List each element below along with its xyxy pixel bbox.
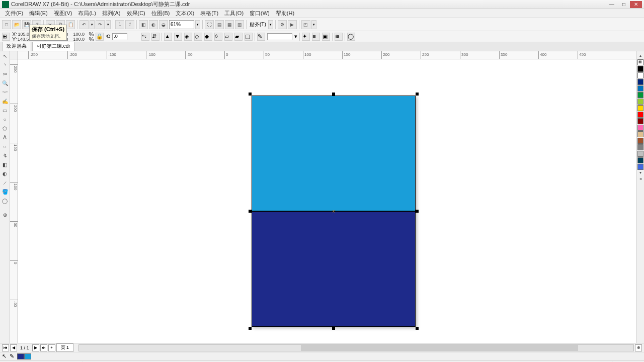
- eyedropper-tool[interactable]: ⟋: [1, 178, 10, 187]
- selection-center[interactable]: ×: [332, 209, 336, 213]
- selection-handle-br[interactable]: [416, 327, 419, 330]
- scale-y-input[interactable]: 100.0: [73, 37, 88, 42]
- import-button[interactable]: ⤵: [115, 20, 124, 29]
- boundary-button[interactable]: ▢: [245, 33, 253, 41]
- parallel-dim-tool[interactable]: ↔: [1, 142, 10, 151]
- hint-button[interactable]: ◰: [301, 20, 310, 29]
- color-swatch-15[interactable]: [637, 164, 643, 170]
- intersect-button[interactable]: ◆: [204, 33, 212, 41]
- snap-dropdown[interactable]: ▾: [268, 20, 273, 29]
- trim-button[interactable]: ◇: [194, 33, 202, 41]
- menu-t[interactable]: 表格(T): [197, 9, 221, 18]
- doc-tab-1[interactable]: 可静第二课.cdr: [32, 41, 75, 51]
- color-swatch-11[interactable]: [637, 138, 643, 144]
- zoom-tool[interactable]: 🔍: [1, 78, 10, 87]
- group-button[interactable]: ▣: [322, 33, 330, 41]
- freehand-tool[interactable]: 〰: [1, 87, 10, 97]
- paste-button[interactable]: 📋: [66, 20, 75, 29]
- page-options-button[interactable]: ⊕: [635, 344, 642, 351]
- options-button[interactable]: ⚙: [278, 20, 287, 29]
- fill-tool[interactable]: 🪣: [1, 187, 10, 196]
- selection-handle-bl[interactable]: [249, 327, 252, 330]
- to-back-button[interactable]: ▼: [174, 33, 182, 41]
- edit-fill-button[interactable]: ◯: [347, 33, 355, 41]
- connector-tool[interactable]: ↯: [1, 151, 10, 160]
- outline-width-select[interactable]: [267, 33, 292, 40]
- outline-pen-button[interactable]: ✎: [257, 33, 265, 41]
- color-swatch-5[interactable]: [637, 99, 643, 105]
- maximize-button[interactable]: □: [618, 1, 630, 8]
- mirror-v-button[interactable]: ⇵: [151, 33, 159, 41]
- color-swatch-14[interactable]: [637, 157, 643, 163]
- rulers-button[interactable]: ▤: [215, 20, 224, 29]
- color-swatch-1[interactable]: [637, 72, 643, 78]
- undo-dropdown[interactable]: ▾: [90, 20, 95, 29]
- zoom-level-input[interactable]: 61%: [169, 20, 194, 29]
- polygon-tool[interactable]: ⬠: [1, 124, 10, 133]
- redo-dropdown[interactable]: ▾: [106, 20, 111, 29]
- open-button[interactable]: 📂: [12, 20, 21, 29]
- menu-w[interactable]: 窗口(W): [247, 9, 273, 18]
- rectangle-tool[interactable]: ▭: [1, 106, 10, 115]
- hint-dropdown[interactable]: ▾: [311, 20, 316, 29]
- first-page-button[interactable]: ⏮: [2, 344, 9, 351]
- simplify-button[interactable]: ◊: [214, 33, 222, 41]
- menu-a[interactable]: 排列(A): [99, 9, 124, 18]
- color-swatch-13[interactable]: [637, 151, 643, 157]
- horizontal-scrollbar[interactable]: [78, 344, 634, 351]
- menu-l[interactable]: 布局(L): [75, 9, 99, 18]
- export-button[interactable]: ⤴: [125, 20, 134, 29]
- last-page-button[interactable]: ⏭: [40, 344, 47, 351]
- close-button[interactable]: ✕: [630, 1, 642, 8]
- color-swatch-10[interactable]: [637, 131, 643, 137]
- drawing-canvas[interactable]: ×: [18, 59, 636, 343]
- prev-page-button[interactable]: ◀: [10, 344, 17, 351]
- minimize-button[interactable]: —: [606, 1, 618, 8]
- selection-handle-tl[interactable]: [249, 93, 252, 96]
- ruler-origin[interactable]: [10, 51, 18, 59]
- selection-handle-tc[interactable]: [332, 93, 335, 96]
- snap-label[interactable]: 贴齐(T): [249, 21, 267, 28]
- back-minus-front-button[interactable]: ▰: [234, 33, 243, 41]
- page-tab-1[interactable]: 页 1: [56, 343, 74, 352]
- color-swatch-6[interactable]: [637, 105, 643, 111]
- color-swatch-7[interactable]: [637, 112, 643, 118]
- palette-up-arrow[interactable]: ▴: [639, 53, 641, 59]
- crop-tool[interactable]: ✂: [1, 69, 10, 78]
- menu-o[interactable]: 工具(O): [221, 9, 247, 18]
- weld-button[interactable]: ◈: [184, 33, 192, 41]
- color-swatch-2[interactable]: [637, 79, 643, 85]
- doc-tab-0[interactable]: 欢迎屏幕: [2, 41, 31, 51]
- guides-button[interactable]: ▥: [235, 20, 244, 29]
- color-swatch-9[interactable]: [637, 125, 643, 131]
- menu-b[interactable]: 位图(B): [148, 9, 173, 18]
- color-swatch-0[interactable]: [637, 66, 643, 72]
- color-swatch-12[interactable]: [637, 144, 643, 150]
- transparency-tool[interactable]: ◐: [1, 169, 10, 178]
- object-fill-swatch-2[interactable]: [24, 353, 31, 359]
- outline-width-dropdown[interactable]: ▾: [294, 33, 297, 40]
- to-front-button[interactable]: ▲: [164, 33, 172, 41]
- lock-ratio-button[interactable]: 🔒: [96, 33, 104, 41]
- bottom-rectangle-shape[interactable]: [252, 211, 416, 327]
- color-swatch-4[interactable]: [637, 92, 643, 98]
- scale-x-input[interactable]: 100.0: [73, 32, 88, 37]
- object-origin-button[interactable]: ⊞: [2, 33, 10, 41]
- scroll-thumb[interactable]: [301, 345, 578, 351]
- selection-handle-mr[interactable]: [416, 210, 419, 213]
- top-rectangle-shape[interactable]: [252, 96, 416, 211]
- convert-curves-button[interactable]: ≋: [335, 33, 343, 41]
- selection-handle-bc[interactable]: [332, 327, 335, 330]
- app-launcher-button[interactable]: ▶: [288, 20, 297, 29]
- object-fill-swatch-1[interactable]: [17, 353, 24, 359]
- menu-h[interactable]: 帮助(H): [273, 9, 297, 18]
- wrap-text-button[interactable]: ✦: [302, 33, 310, 41]
- menu-v[interactable]: 视图(V): [51, 9, 75, 18]
- publish-button[interactable]: ◧: [139, 20, 148, 29]
- color-swatch-8[interactable]: [637, 118, 643, 124]
- menu-e[interactable]: 编辑(E): [26, 9, 51, 18]
- fullscreen-button[interactable]: ⛶: [205, 20, 214, 29]
- menu-c[interactable]: 效果(C): [124, 9, 148, 18]
- selection-handle-ml[interactable]: [249, 210, 252, 213]
- drop-shadow-tool[interactable]: ◧: [1, 160, 10, 169]
